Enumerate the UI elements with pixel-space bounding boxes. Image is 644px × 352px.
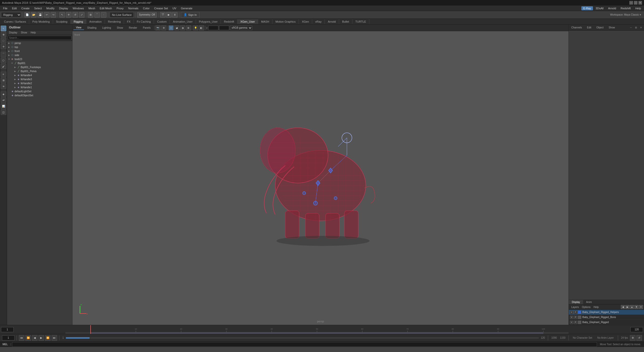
rp-float-icon[interactable]: ⊞ [634, 26, 638, 30]
menu-generate[interactable]: Generate [179, 6, 194, 10]
layer-tab-anim[interactable]: Anim [583, 300, 595, 304]
tree-item-default-object-set[interactable]: ◈ defaultObjectSet [7, 93, 72, 97]
tab-curves-surfaces[interactable]: Curves / Surfaces [1, 19, 29, 24]
tab-animation-user[interactable]: Animation_User [170, 19, 196, 24]
tab-fx[interactable]: FX [124, 19, 134, 24]
gamma-input-1[interactable]: 0.00 [208, 26, 218, 30]
tree-item-side[interactable]: ▶ ⬡ side [7, 53, 72, 57]
minimize-button[interactable]: ─ [629, 1, 633, 5]
menu-normals[interactable]: Normals [126, 6, 140, 10]
menu-proxy[interactable]: Proxy [114, 6, 126, 10]
move-tool-left[interactable]: ✛ [1, 44, 6, 49]
tab-xgen[interactable]: XGen [299, 19, 312, 24]
tab-custom[interactable]: Custom [154, 19, 170, 24]
tab-fx-caching[interactable]: Fx Caching [134, 19, 154, 24]
no-character-set-label[interactable]: No Character Set [571, 336, 594, 339]
mini-timeline[interactable] [66, 337, 539, 339]
shadow-btn[interactable]: ◧ [199, 25, 204, 30]
loop-btn[interactable]: ↺ [636, 335, 642, 341]
menu-3dsall[interactable]: 3DsAll [593, 6, 606, 10]
vp-tab-show[interactable]: Show [114, 26, 126, 30]
save-scene-button[interactable]: 💾 [37, 12, 43, 18]
mode-dropdown[interactable]: Rigging [1, 12, 21, 18]
vp-tab-lighting[interactable]: Lighting [100, 26, 113, 30]
tab-rendering[interactable]: Rendering [105, 19, 124, 24]
layer-v-rigged[interactable]: V [570, 321, 573, 324]
flat-shade-btn[interactable]: ◑ [180, 25, 185, 30]
tab-arnold[interactable]: Arnold [325, 19, 339, 24]
maximize-button[interactable]: □ [634, 1, 637, 5]
attribute-editor-btn[interactable]: ≋ [1, 83, 6, 89]
tree-item-default-light-set[interactable]: ◈ defaultLightSet [7, 89, 72, 93]
layer-next-btn[interactable]: ▶ [625, 305, 629, 309]
mel-input[interactable] [12, 342, 597, 347]
outliner-show-menu[interactable]: Show [19, 31, 29, 34]
menu-color[interactable]: Color [141, 6, 151, 10]
skip-to-start-btn[interactable]: ⏮ [19, 335, 24, 341]
paint-tool[interactable]: 🖌 [1, 64, 6, 69]
texture-btn[interactable]: ⊞ [186, 25, 191, 30]
menu-uv[interactable]: UV [171, 6, 178, 10]
play-back-btn[interactable]: ◀ [32, 335, 37, 341]
menu-crease-set[interactable]: Crease Set [152, 6, 170, 10]
layers-subtab[interactable]: Layers [570, 306, 580, 309]
tab-xgen-user[interactable]: XGen_User [237, 19, 258, 24]
ipr-render-button[interactable]: ▶ [166, 12, 172, 18]
tab-polygons-user[interactable]: Polygons_User [196, 19, 221, 24]
layer-p-rigged[interactable]: P [574, 321, 577, 324]
show-outliner-btn[interactable]: ≡ [1, 71, 6, 77]
render-view-button[interactable]: 🎬 [160, 12, 166, 18]
layer-v-bons[interactable]: V [570, 316, 573, 319]
snap-curve-button[interactable]: ⌒ [94, 12, 100, 18]
help-subtab[interactable]: Help [592, 306, 600, 309]
tab-animation[interactable]: Animation [86, 19, 105, 24]
outliner-search-input[interactable] [8, 36, 71, 40]
no-live-surface-button[interactable]: No Live Surface [110, 12, 134, 18]
layer-row-helpers[interactable]: V P Baby_Elephant_Rigged_Helpers [569, 310, 644, 315]
menu-windows[interactable]: Windows [71, 6, 86, 10]
tab-redshift[interactable]: Redshift [221, 19, 237, 24]
step-back-btn[interactable]: ⏪ [25, 335, 31, 341]
tab-poly-modeling[interactable]: Poly Modeling [29, 19, 53, 24]
curve-tool[interactable]: ⌒ [1, 52, 6, 57]
graph-editor-btn[interactable]: 📊 [1, 103, 6, 109]
tab-bullet[interactable]: Bullet [339, 19, 352, 24]
layer-up-btn[interactable]: ▲ [630, 305, 634, 309]
menu-display[interactable]: Display [57, 6, 70, 10]
color-profile-select[interactable]: sRGB gamma [230, 26, 252, 30]
timeline-ruler[interactable]: 1 10 20 30 40 50 60 70 80 90 1 [65, 325, 569, 334]
smooth-shade-btn[interactable]: ◕ [174, 25, 179, 30]
wireframe-btn[interactable]: ⬡ [169, 25, 174, 30]
rp-minimize-icon[interactable]: ─ [629, 26, 633, 30]
select-tool-button[interactable]: ↖ [59, 12, 65, 18]
options-subtab[interactable]: Options [580, 306, 592, 309]
open-scene-button[interactable]: 📂 [31, 12, 36, 18]
menu-arnold[interactable]: Arnold [606, 6, 618, 10]
tab-rigging[interactable]: Rigging [71, 19, 86, 24]
paint-select-tool[interactable]: ⊕ [1, 32, 6, 37]
move-tool-button[interactable]: ✛ [66, 12, 71, 18]
vp-tab-render[interactable]: Render [126, 26, 140, 30]
tree-item-ikhandle3[interactable]: ▶ ◈ IkHandle3 [7, 77, 72, 81]
layer-p-bons[interactable]: P [574, 316, 577, 319]
layer-tab-display[interactable]: Display [569, 300, 583, 304]
tab-motion-graphics[interactable]: Motion Graphics [272, 19, 299, 24]
menu-edit[interactable]: Edit [10, 6, 19, 10]
menu-redshift[interactable]: Redshift [619, 6, 633, 10]
workspace-label[interactable]: Workspace: Maya Classic ▾ [608, 13, 643, 16]
redo-button[interactable]: ↪ [51, 12, 56, 18]
layer-row-bons[interactable]: V P Baby_Elephant_Rigged_Bons [569, 315, 644, 320]
new-scene-button[interactable]: 📄 [24, 12, 30, 18]
tree-item-bip001-footsteps[interactable]: ▶ ╱ Bip001_Footsteps [7, 65, 72, 69]
menu-edit-mesh[interactable]: Edit Mesh [98, 6, 114, 10]
channel-box-btn[interactable]: ⊞ [1, 77, 6, 83]
undo-button[interactable]: ↩ [44, 12, 50, 18]
no-anim-layer-label[interactable]: No Anim Layer [595, 336, 616, 339]
light-toggle-btn[interactable]: 💡 [193, 25, 198, 30]
tree-item-ikhandle4[interactable]: ▶ ◈ IkHandle4 [7, 73, 72, 77]
camera-select-btn[interactable]: 📷 [155, 25, 160, 30]
tab-mash[interactable]: MASH [258, 19, 272, 24]
menu-help[interactable]: Help [633, 6, 643, 10]
layer-v-helpers[interactable]: V [570, 311, 573, 314]
tree-item-persp[interactable]: ▶ ⬡ persp [7, 41, 72, 45]
